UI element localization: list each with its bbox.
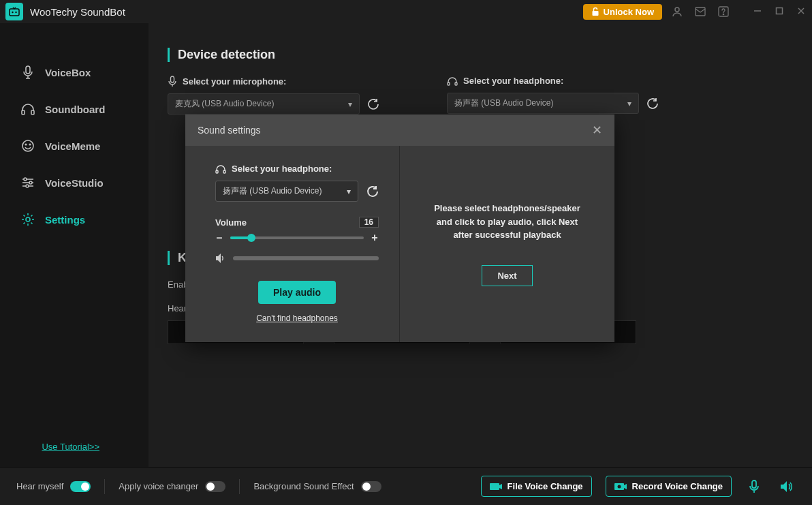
tutorial-link-wrap: Use Tutorial>>	[0, 442, 149, 467]
modal-refresh-icon[interactable]	[366, 185, 379, 198]
refresh-headphone-icon[interactable]	[647, 98, 658, 109]
close-icon[interactable]	[797, 7, 807, 16]
section-device-detection: Device detection	[168, 48, 785, 62]
sidebar-item-voicestudio[interactable]: VoiceStudio	[0, 164, 149, 201]
svg-rect-24	[448, 82, 450, 85]
sound-settings-modal: Sound settings ✕ Select your headphone: …	[185, 114, 614, 342]
sidebar-item-label: Soundboard	[45, 104, 105, 115]
svg-point-19	[24, 178, 27, 181]
svg-point-1	[12, 12, 13, 13]
smile-icon	[20, 138, 35, 153]
cant-find-link[interactable]: Can't find headphones	[215, 313, 379, 323]
tutorial-link[interactable]: Use Tutorial>>	[0, 442, 149, 452]
mic-dropdown[interactable]: 麦克风 (USB Audio Device) ▾	[168, 93, 360, 114]
titlebar-icons	[672, 6, 807, 17]
volume-plus[interactable]: +	[371, 232, 379, 244]
svg-point-14	[25, 144, 27, 145]
sidebar: VoiceBox Soundboard VoiceMeme VoiceStudi…	[0, 23, 149, 467]
svg-point-20	[29, 181, 32, 184]
volume-slider[interactable]	[230, 236, 364, 239]
svg-rect-30	[216, 170, 218, 173]
bottom-bar: Hear myself Apply voice changer Backgrou…	[0, 467, 812, 505]
svg-point-13	[22, 140, 33, 151]
mic-icon	[20, 65, 35, 80]
svg-rect-9	[777, 8, 783, 14]
title-bar: WooTechy SoundBot Unlock Now	[0, 0, 812, 23]
sidebar-item-soundboard[interactable]: Soundboard	[0, 91, 149, 127]
sidebar-item-label: VoiceStudio	[45, 177, 104, 189]
volume-value: 16	[359, 217, 379, 228]
modal-close-icon[interactable]: ✕	[592, 123, 602, 138]
mic-label: Select your microphone:	[168, 76, 379, 87]
modal-hp-value: 扬声器 (USB Audio Device)	[223, 185, 322, 197]
file-voice-change-button[interactable]: File Voice Change	[481, 476, 592, 497]
bg-sound-label: Background Sound Effect	[253, 481, 354, 491]
volume-label: Volume	[215, 217, 247, 228]
mic-status-icon[interactable]	[745, 480, 763, 493]
modal-help-text: Please select headphones/speaker and cli…	[427, 202, 587, 242]
headphone-dropdown[interactable]: 扬声器 (USB Audio Device) ▾	[447, 93, 639, 114]
svg-rect-26	[490, 483, 499, 490]
modal-headphone-dropdown[interactable]: 扬声器 (USB Audio Device) ▾	[215, 181, 358, 202]
headphone-value: 扬声器 (USB Audio Device)	[454, 97, 553, 109]
sidebar-item-settings[interactable]: Settings	[0, 201, 149, 238]
maximize-icon[interactable]	[775, 7, 785, 16]
sidebar-item-voicememe[interactable]: VoiceMeme	[0, 127, 149, 164]
svg-rect-5	[696, 7, 705, 16]
apply-voice-toggle[interactable]	[205, 481, 225, 492]
record-voice-change-button[interactable]: Record Voice Change	[606, 476, 732, 497]
headphone-icon	[20, 102, 35, 117]
headphone-label: Select your headphone:	[447, 76, 658, 86]
file-icon	[490, 482, 502, 491]
sliders-icon	[20, 175, 35, 190]
app-logo	[5, 3, 23, 20]
speaker-status-icon[interactable]	[777, 480, 796, 493]
volume-minus[interactable]: –	[215, 232, 223, 244]
window-controls	[753, 7, 807, 16]
mic-icon	[168, 76, 177, 87]
speaker-icon	[215, 254, 226, 263]
mic-value: 麦克风 (USB Audio Device)	[175, 98, 274, 110]
sidebar-item-label: Settings	[45, 214, 85, 226]
svg-rect-23	[171, 76, 174, 82]
svg-rect-3	[592, 11, 598, 16]
gear-icon	[20, 212, 35, 227]
bg-sound-toggle[interactable]	[361, 481, 381, 492]
svg-rect-0	[10, 9, 19, 16]
hear-myself-toggle[interactable]	[70, 481, 91, 492]
sidebar-item-voicebox[interactable]: VoiceBox	[0, 54, 149, 91]
hear-myself-label: Hear myself	[16, 481, 63, 491]
svg-rect-12	[31, 110, 34, 114]
help-icon[interactable]	[718, 6, 729, 17]
svg-point-7	[723, 14, 723, 14]
apply-voice-label: Apply voice changer	[119, 481, 198, 491]
modal-hp-label: Select your headphone:	[215, 164, 379, 174]
svg-point-28	[617, 485, 621, 488]
svg-point-22	[26, 217, 30, 221]
headphone-icon	[215, 164, 226, 174]
svg-rect-31	[223, 170, 225, 173]
playback-progress[interactable]	[233, 256, 379, 260]
app-title: WooTechy SoundBot	[30, 6, 583, 18]
chevron-down-icon: ▾	[348, 100, 352, 109]
unlock-button[interactable]: Unlock Now	[583, 4, 662, 20]
user-icon[interactable]	[672, 6, 683, 17]
svg-point-2	[15, 12, 16, 13]
svg-point-15	[29, 144, 31, 145]
next-button[interactable]: Next	[482, 265, 532, 286]
play-audio-button[interactable]: Play audio	[258, 281, 336, 304]
unlock-label: Unlock Now	[604, 7, 654, 17]
svg-rect-29	[752, 480, 756, 488]
svg-point-21	[26, 185, 29, 187]
minimize-icon[interactable]	[753, 7, 763, 16]
headphone-icon	[447, 76, 458, 86]
chevron-down-icon: ▾	[347, 187, 351, 196]
svg-rect-11	[22, 110, 25, 114]
svg-rect-10	[26, 66, 30, 74]
svg-rect-25	[455, 82, 457, 85]
chevron-down-icon: ▾	[627, 99, 631, 108]
mail-icon[interactable]	[695, 7, 706, 16]
refresh-mic-icon[interactable]	[368, 99, 379, 110]
sidebar-item-label: VoiceBox	[45, 67, 91, 78]
record-icon	[614, 482, 627, 491]
